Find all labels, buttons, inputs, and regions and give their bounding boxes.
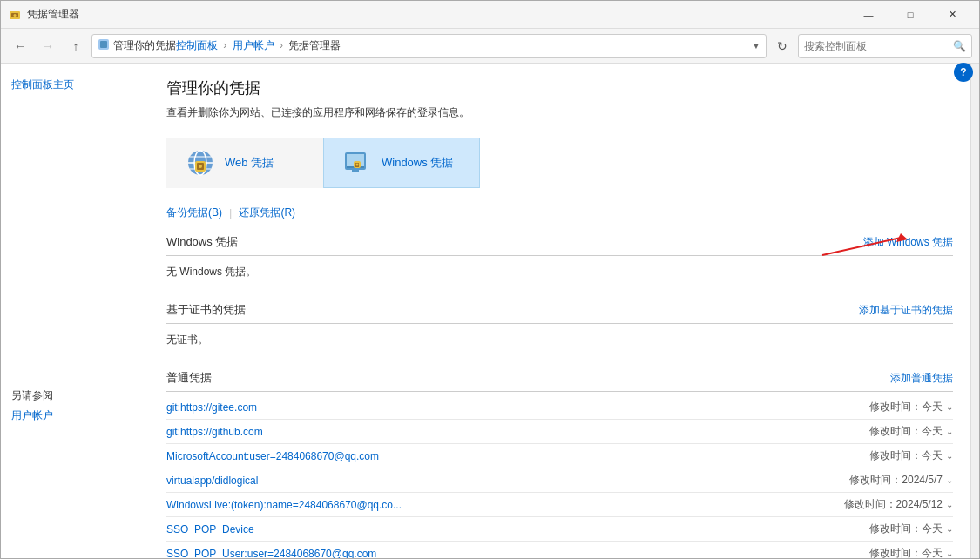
add-cert-cred-link[interactable]: 添加基于证书的凭据 (859, 303, 953, 318)
breadcrumb-full: 控制面板 › 用户帐户 › 凭据管理器 (176, 38, 341, 53)
title-bar-icon (8, 8, 22, 22)
credential-type-tabs: Web 凭据 Windows 凭据 (166, 138, 953, 188)
svg-point-2 (14, 14, 17, 17)
chevron-down-icon: ⌄ (946, 427, 953, 436)
breadcrumb-current: 凭据管理器 (288, 39, 341, 51)
forward-button[interactable]: → (36, 34, 60, 58)
refresh-button[interactable]: ↻ (770, 34, 794, 58)
tab-windows-credentials[interactable]: Windows 凭据 (323, 138, 480, 188)
address-bar: ← → ↑ 管理你的凭据 控制面板 › 用户帐户 › 凭据管理器 ▼ ↻ 🔍 (1, 29, 979, 64)
windows-credentials-icon (341, 147, 373, 178)
sidebar-home-link[interactable]: 控制面板主页 (11, 77, 139, 92)
tab-windows-label: Windows 凭据 (382, 155, 453, 171)
cred-item-name[interactable]: SSO_POP_User:user=2484068670@qq.com (166, 548, 376, 559)
breadcrumb-dropdown[interactable]: ▼ (752, 41, 760, 51)
cred-item-name[interactable]: git:https://github.com (166, 426, 263, 438)
list-item[interactable]: git:https://gitee.com 修改时间：今天 ⌄ (166, 395, 953, 420)
search-input[interactable] (804, 40, 950, 52)
list-item[interactable]: git:https://github.com 修改时间：今天 ⌄ (166, 420, 953, 444)
cred-item-right: 修改时间：今天 ⌄ (869, 424, 953, 439)
title-bar-text: 凭据管理器 (27, 7, 848, 22)
scrollbar-panel[interactable] (970, 64, 979, 558)
sidebar-see-also-title: 另请参阅 (11, 388, 139, 403)
svg-point-20 (356, 164, 359, 166)
cred-item-right: 修改时间：今天 ⌄ (869, 400, 953, 414)
cred-item-name[interactable]: SSO_POP_Device (166, 523, 254, 535)
back-button[interactable]: ← (8, 34, 32, 58)
breadcrumb-sep2: › (280, 39, 283, 51)
svg-rect-16 (352, 170, 359, 172)
web-credentials-icon (185, 147, 216, 178)
tab-web-label: Web 凭据 (225, 155, 274, 171)
cert-cred-header: 基于证书的凭据 添加基于证书的凭据 (166, 297, 953, 324)
generic-cred-section: 普通凭据 添加普通凭据 git:https://gitee.com 修改时间：今… (166, 365, 953, 558)
cred-item-date: 修改时间：今天 (869, 522, 943, 536)
svg-rect-17 (350, 172, 361, 172)
add-generic-cred-link[interactable]: 添加普通凭据 (890, 371, 953, 386)
page-title: 管理你的凭据 (166, 77, 953, 98)
list-item[interactable]: MicrosoftAccount:user=2484068670@qq.com … (166, 444, 953, 468)
sidebar-see-also: 另请参阅 用户帐户 (11, 388, 139, 423)
title-bar-controls: — □ ✕ (848, 1, 972, 29)
arrow-annotation (814, 229, 918, 264)
svg-line-21 (822, 238, 901, 255)
search-icon: 🔍 (953, 40, 966, 52)
restore-link[interactable]: 还原凭据(R) (239, 205, 295, 220)
page-desc: 查看并删除你为网站、已连接的应用程序和网络保存的登录信息。 (166, 105, 953, 120)
cred-item-date: 修改时间：2024/5/7 (849, 473, 943, 488)
close-button[interactable]: ✕ (932, 1, 972, 29)
chevron-down-icon: ⌄ (946, 524, 953, 534)
windows-cred-title: Windows 凭据 (166, 234, 238, 250)
breadcrumb-icon (98, 38, 110, 53)
list-item[interactable]: SSO_POP_Device 修改时间：今天 ⌄ (166, 517, 953, 542)
list-item[interactable]: SSO_POP_User:user=2484068670@qq.com 修改时间… (166, 542, 953, 558)
sidebar-user-accounts-link[interactable]: 用户帐户 (11, 408, 139, 423)
cred-item-name[interactable]: virtualapp/didlogical (166, 475, 258, 487)
main-area: 控制面板主页 另请参阅 用户帐户 管理你的凭据 查看并删除你为网站、已连接的应用… (1, 64, 979, 558)
chevron-down-icon: ⌄ (946, 549, 953, 558)
cred-item-date: 修改时间：今天 (869, 400, 943, 414)
search-bar: 🔍 (798, 34, 972, 58)
action-sep: | (229, 206, 232, 219)
breadcrumb-controlpanel[interactable]: 管理你的凭据 (113, 38, 176, 53)
backup-link[interactable]: 备份凭据(B) (166, 205, 222, 220)
svg-point-12 (199, 165, 202, 168)
cred-item-right: 修改时间：今天 ⌄ (869, 448, 953, 463)
minimize-button[interactable]: — (848, 1, 889, 29)
cred-item-name[interactable]: WindowsLive:(token):name=2484068670@qq.c… (166, 499, 402, 511)
list-item[interactable]: WindowsLive:(token):name=2484068670@qq.c… (166, 493, 953, 517)
backup-restore-bar: 备份凭据(B) | 还原凭据(R) (166, 205, 953, 220)
breadcrumb: 管理你的凭据 控制面板 › 用户帐户 › 凭据管理器 ▼ (91, 34, 767, 58)
cred-item-name[interactable]: git:https://gitee.com (166, 401, 257, 414)
title-bar: 凭据管理器 — □ ✕ (1, 1, 979, 29)
sidebar: 控制面板主页 另请参阅 用户帐户 (1, 64, 149, 558)
breadcrumb-sep1: › (223, 39, 226, 51)
chevron-down-icon: ⌄ (946, 451, 953, 461)
cred-item-name[interactable]: MicrosoftAccount:user=2484068670@qq.com (166, 450, 379, 462)
cred-item-date: 修改时间：今天 (869, 546, 943, 558)
cred-item-date: 修改时间：2024/5/12 (844, 497, 943, 512)
cred-item-right: 修改时间：今天 ⌄ (869, 546, 953, 558)
chevron-down-icon: ⌄ (946, 475, 953, 485)
help-button[interactable]: ? (954, 64, 973, 82)
chevron-down-icon: ⌄ (946, 402, 953, 412)
cred-item-right: 修改时间：2024/5/12 ⌄ (844, 497, 953, 512)
list-item[interactable]: virtualapp/didlogical 修改时间：2024/5/7 ⌄ (166, 468, 953, 493)
up-button[interactable]: ↑ (64, 34, 88, 58)
chevron-down-icon: ⌄ (946, 500, 953, 509)
window: 凭据管理器 — □ ✕ ← → ↑ 管理你的凭据 控制面板 › 用户帐户 › 凭… (0, 0, 980, 559)
cred-item-right: 修改时间：今天 ⌄ (869, 522, 953, 536)
breadcrumb-cp[interactable]: 控制面板 (176, 39, 218, 51)
cred-item-date: 修改时间：今天 (869, 448, 943, 463)
tab-web-credentials[interactable]: Web 凭据 (166, 138, 323, 188)
svg-rect-4 (100, 41, 107, 48)
content-area: 管理你的凭据 查看并删除你为网站、已连接的应用程序和网络保存的登录信息。 (149, 64, 970, 558)
generic-cred-header: 普通凭据 添加普通凭据 (166, 365, 953, 392)
maximize-button[interactable]: □ (890, 1, 930, 29)
cert-cred-empty: 无证书。 (166, 327, 953, 356)
cred-item-date: 修改时间：今天 (869, 424, 943, 439)
generic-cred-title: 普通凭据 (166, 370, 212, 386)
cert-cred-title: 基于证书的凭据 (166, 302, 246, 318)
cred-item-right: 修改时间：2024/5/7 ⌄ (849, 473, 953, 488)
breadcrumb-user[interactable]: 用户帐户 (233, 39, 274, 51)
